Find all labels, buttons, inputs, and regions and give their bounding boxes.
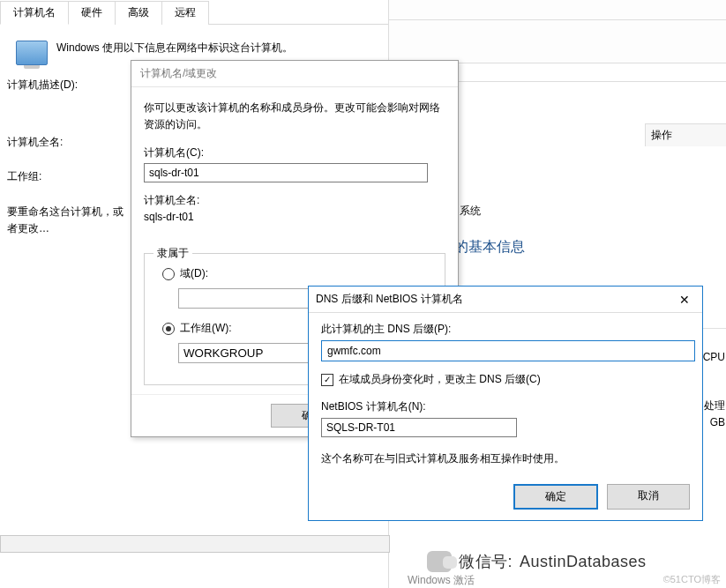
workgroup-radio[interactable] [162, 323, 175, 335]
computer-name-input[interactable] [144, 163, 428, 182]
identify-text: Windows 使用以下信息在网络中标识这台计算机。 [56, 41, 293, 56]
rename-hint: 要重命名这台计算机，或者更改… [7, 204, 131, 237]
full-name-value: sqls-dr-t01 [144, 211, 445, 223]
wechat-icon [427, 551, 452, 572]
source-watermark: ©51CTO博客 [663, 573, 721, 586]
wechat-prefix: 微信号: [459, 551, 513, 572]
dns-suffix-dialog: DNS 后缀和 NetBIOS 计算机名 ✕ 此计算机的主 DNS 后缀(P):… [308, 286, 703, 521]
tab-remote[interactable]: 远程 [161, 1, 209, 25]
workgroup-label: 工作组: [7, 169, 104, 184]
primary-dns-label: 此计算机的主 DNS 后缀(P): [321, 322, 690, 337]
breadcrumb-part: 系统 [460, 204, 481, 219]
netbios-note: 这个名称可在与旧式计算机及服务相互操作时使用。 [321, 451, 690, 466]
dns-dialog-title: DNS 后缀和 NetBIOS 计算机名 [316, 292, 463, 307]
netbios-label: NetBIOS 计算机名(N): [321, 399, 690, 414]
bg-ribbon [389, 20, 726, 63]
dns-ok-button[interactable]: 确定 [513, 484, 598, 510]
actions-pane-header: 操作 [645, 123, 726, 146]
domain-radio-label: 域(D): [180, 266, 208, 281]
dns-cancel-button[interactable]: 取消 [607, 484, 690, 510]
computer-name-label: 计算机名(C): [144, 145, 445, 160]
gb-label-fragment: GB [710, 416, 725, 428]
wechat-watermark: 微信号: AustinDatabases [427, 551, 647, 572]
tab-hardware[interactable]: 硬件 [68, 1, 116, 25]
fullname-label: 计算机全名: [7, 135, 104, 150]
dialog-title: 计算机名/域更改 [131, 61, 458, 87]
domain-radio[interactable] [162, 268, 175, 280]
taskbar-fragment [0, 535, 390, 553]
activate-windows-text: Windows 激活 [408, 573, 475, 588]
change-suffix-checkbox[interactable]: ✓ [321, 374, 333, 386]
full-name-label: 计算机全名: [144, 193, 445, 208]
bg-titlebar [389, 0, 726, 20]
workgroup-radio-label: 工作组(W): [180, 321, 232, 336]
processor-label-fragment: 处理 [704, 398, 725, 413]
tab-advanced[interactable]: 高级 [115, 1, 162, 25]
cpu-label-fragment: CPU [703, 351, 725, 363]
close-icon[interactable]: ✕ [674, 293, 695, 307]
description-label: 计算机描述(D): [7, 78, 104, 93]
computer-icon [16, 41, 48, 65]
tab-computer-name[interactable]: 计算机名 [0, 1, 69, 25]
primary-dns-input[interactable] [321, 340, 695, 361]
tabstrip: 计算机名 硬件 高级 远程 [0, 0, 388, 25]
change-suffix-label: 在域成员身份变化时，更改主 DNS 后缀(C) [339, 372, 541, 387]
dialog-help-text: 你可以更改该计算机的名称和成员身份。更改可能会影响对网络资源的访问。 [144, 100, 445, 133]
netbios-input [321, 418, 517, 437]
member-of-legend: 隶属于 [153, 246, 192, 261]
wechat-id: AustinDatabases [520, 553, 647, 571]
